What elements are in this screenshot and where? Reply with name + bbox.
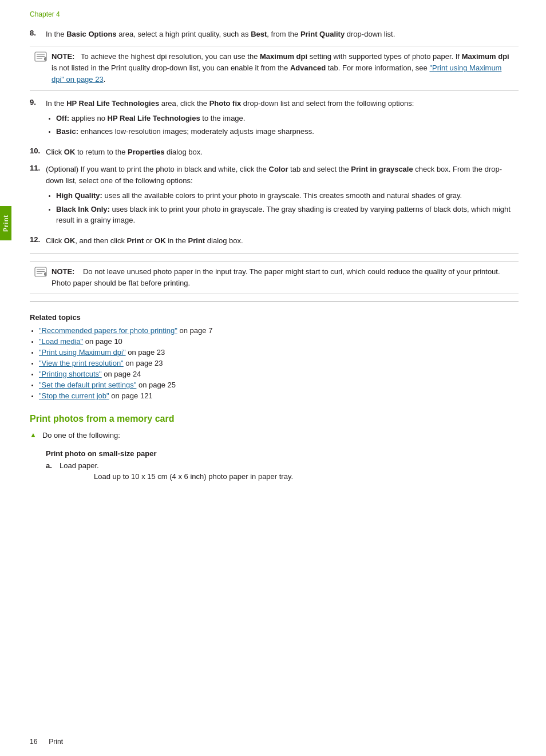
related-topic-5: "Printing shortcuts" on page 24 — [39, 370, 519, 378]
link-printing-shortcuts[interactable]: "Printing shortcuts" — [39, 370, 102, 378]
link-recommended-papers[interactable]: "Recommended papers for photo printing" — [39, 326, 177, 335]
related-topic-7: "Stop the current job" on page 121 — [39, 391, 519, 400]
step-a-text: Load paper. — [60, 461, 99, 470]
step-11-num: 11. — [30, 164, 46, 229]
link-default-print-settings[interactable]: "Set the default print settings" — [39, 381, 136, 389]
divider-1 — [30, 254, 519, 254]
memory-intro: Do one of the following: — [42, 430, 120, 441]
step-8-content: In the Basic Options area, select a high… — [46, 29, 519, 40]
divider-2 — [30, 301, 519, 302]
related-topic-6: "Set the default print settings" on page… — [39, 381, 519, 389]
step-9-content: In the HP Real Life Technologies area, c… — [46, 98, 519, 141]
step-9-num: 9. — [30, 98, 46, 141]
step-12-num: 12. — [30, 235, 46, 247]
step-9-list: Off: applies no HP Real Life Technologie… — [56, 113, 519, 137]
step-8: 8. In the Basic Options area, select a h… — [30, 29, 519, 40]
step-11-bullet-2: Black Ink Only: uses black ink to print … — [56, 204, 519, 226]
footer-label: Print — [49, 738, 63, 746]
note-icon-1 — [34, 52, 47, 64]
step-10-content: Click OK to return to the Properties dia… — [46, 147, 519, 158]
link-max-dpi-1[interactable]: "Print using Maximum dpi" on page 23 — [52, 64, 501, 84]
page-footer: 16 Print — [30, 738, 63, 746]
related-topic-1: "Recommended papers for photo printing" … — [39, 326, 519, 335]
step-a: a. Load paper. Load up to 10 x 15 cm (4 … — [46, 461, 519, 482]
step-9: 9. In the HP Real Life Technologies area… — [30, 98, 519, 141]
related-topics-section: Related topics "Recommended papers for p… — [30, 313, 519, 400]
step-12-content: Click OK, and then click Print or OK in … — [46, 235, 519, 247]
note-label-2: NOTE: — [52, 267, 74, 276]
side-tab-text: Print — [2, 215, 9, 232]
related-topics-list: "Recommended papers for photo printing" … — [39, 326, 519, 400]
link-print-max-dpi[interactable]: "Print using Maximum dpi" — [39, 348, 126, 357]
step-10-num: 10. — [30, 147, 46, 158]
footer-page-num: 16 — [30, 738, 37, 746]
step-a-label: a. — [46, 461, 56, 482]
step-11-content: (Optional) If you want to print the phot… — [46, 164, 519, 229]
step-a-content: Load paper. Load up to 10 x 15 cm (4 x 6… — [60, 461, 519, 482]
note-box-2: NOTE: Do not leave unused photo paper in… — [30, 261, 519, 294]
print-small-title: Print photo on small-size paper — [46, 449, 519, 458]
step-12: 12. Click OK, and then click Print or OK… — [30, 235, 519, 247]
triangle-icon-1: ▲ — [30, 431, 37, 439]
note-icon-2 — [34, 267, 47, 279]
related-topics-title: Related topics — [30, 313, 519, 322]
triangle-item-1: ▲ Do one of the following: — [30, 430, 519, 441]
memory-section-heading: Print photos from a memory card — [30, 414, 519, 424]
note-text-2: NOTE: Do not leave unused photo paper in… — [52, 266, 512, 289]
note-label-1: NOTE: — [52, 52, 74, 61]
related-topic-4: "View the print resolution" on page 23 — [39, 359, 519, 367]
chapter-label: Chapter 4 — [30, 10, 519, 18]
step-a-indented: Load up to 10 x 15 cm (4 x 6 inch) photo… — [94, 471, 519, 482]
main-content: Chapter 4 8. In the Basic Options area, … — [13, 0, 546, 756]
note-box-1: NOTE: To achieve the highest dpi resolut… — [30, 46, 519, 90]
link-stop-current-job[interactable]: "Stop the current job" — [39, 391, 109, 400]
print-small-section: Print photo on small-size paper a. Load … — [46, 449, 519, 482]
step-9-bullet-1: Off: applies no HP Real Life Technologie… — [56, 113, 519, 124]
page: Print Chapter 4 8. In the Basic Options … — [0, 0, 546, 756]
link-view-resolution[interactable]: "View the print resolution" — [39, 359, 124, 367]
side-tab-label: Print — [0, 206, 11, 240]
step-11: 11. (Optional) If you want to print the … — [30, 164, 519, 229]
step-9-bullet-2: Basic: enhances low-resolution images; m… — [56, 126, 519, 137]
step-10: 10. Click OK to return to the Properties… — [30, 147, 519, 158]
step-11-list: High Quality: uses all the available col… — [56, 190, 519, 226]
related-topic-2: "Load media" on page 10 — [39, 337, 519, 346]
link-load-media[interactable]: "Load media" — [39, 337, 83, 346]
step-8-num: 8. — [30, 29, 46, 40]
left-tab: Print — [0, 0, 13, 756]
note-text-1: NOTE: To achieve the highest dpi resolut… — [52, 51, 512, 85]
related-topic-3: "Print using Maximum dpi" on page 23 — [39, 348, 519, 357]
step-11-bullet-1: High Quality: uses all the available col… — [56, 190, 519, 201]
